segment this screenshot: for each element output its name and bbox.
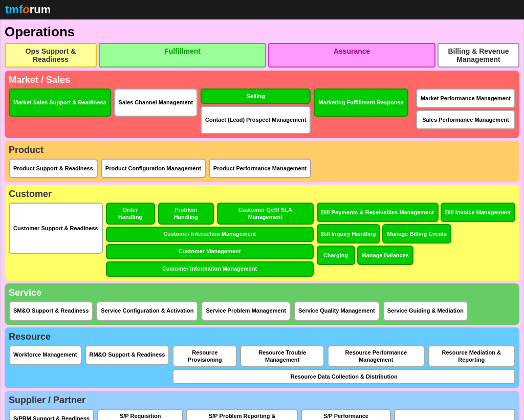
charging-box[interactable]: Charging	[317, 246, 355, 265]
resource-data-box[interactable]: Resource Data Collection & Distribution	[172, 369, 515, 384]
col-billing: Billing & Revenue Management	[438, 43, 519, 68]
order-handling-box[interactable]: Order Handling	[106, 203, 155, 225]
workforce-box[interactable]: Workforce Management	[9, 345, 82, 365]
section-resource: Resource Workforce Management RM&O Suppo…	[5, 327, 519, 389]
resource-mediation-box[interactable]: Resource Mediation & Reporting	[428, 345, 515, 367]
rmo-support-box[interactable]: RM&O Support & Readiness	[85, 345, 170, 365]
resource-title: Resource	[9, 331, 515, 342]
columns-header: Ops Support & Readiness Fulfillment Assu…	[5, 43, 519, 68]
section-product: Product Product Support & Readiness Prod…	[5, 141, 519, 182]
main-container: Operations Ops Support & Readiness Fulfi…	[0, 19, 524, 420]
section-supplier: Supplier / Partner S/PRM Support & Readi…	[5, 391, 519, 420]
customer-top-row: Order Handling Problem Handling Customer…	[106, 203, 314, 225]
service-guiding-box[interactable]: Service Guiding & Mediation	[383, 301, 468, 321]
smo-support-box[interactable]: SM&O Support & Readiness	[9, 301, 93, 321]
sp-requisition-box[interactable]: S/P Requisition Management	[97, 409, 183, 420]
customer-management-box[interactable]: Customer Management	[106, 244, 314, 259]
resource-trouble-box[interactable]: Resource Trouble Management	[240, 345, 324, 367]
sp-settlements-box[interactable]: S/P Settlements & Payments Management	[394, 409, 515, 420]
customer-support-box[interactable]: Customer Support & Readiness	[9, 203, 103, 254]
customer-info-box[interactable]: Customer Information Management	[106, 261, 314, 277]
section-market: Market / Sales Market Sales Support & Re…	[5, 71, 519, 138]
product-inner: Product Support & Readiness Product Conf…	[9, 159, 515, 178]
manage-balances-box[interactable]: Manage Balances	[357, 246, 413, 265]
problem-handling-box[interactable]: Problem Handling	[158, 203, 214, 225]
customer-qos-box[interactable]: Customer QoS/ SLA Management	[217, 203, 313, 225]
market-left-boxes: Market Sales Support & Readiness Sales C…	[9, 89, 198, 117]
customer-right-bottom: Bill Inquiry Handling Manage Billing Eve…	[317, 224, 515, 244]
logo: tmforum	[5, 3, 51, 16]
resource-inner: Workforce Management RM&O Support & Read…	[9, 345, 515, 385]
customer-left: Customer Support & Readiness	[9, 203, 103, 254]
section-customer: Customer Customer Support & Readiness Or…	[5, 185, 519, 281]
service-config-box[interactable]: Service Configuration & Activation	[96, 301, 198, 321]
customer-right-top: Bill Payments & Receivables Management B…	[317, 203, 515, 222]
market-inner: Market Sales Support & Readiness Sales C…	[9, 89, 515, 134]
resource-left: Workforce Management RM&O Support & Read…	[9, 345, 169, 365]
col-oss: Ops Support & Readiness	[5, 43, 97, 68]
customer-interaction-box[interactable]: Customer Interaction Management	[106, 227, 314, 242]
header: tmforum	[0, 0, 524, 19]
product-performance-box[interactable]: Product Performance Management	[209, 159, 311, 178]
contact-lead-box[interactable]: Contact (Lead) Prospect Management	[201, 106, 311, 134]
sp-problem-box[interactable]: S/P Problem Reporting & Management	[186, 409, 298, 420]
customer-main: Order Handling Problem Handling Customer…	[106, 203, 314, 277]
service-inner: SM&O Support & Readiness Service Configu…	[9, 301, 515, 321]
market-performance-box[interactable]: Market Performance Management	[416, 89, 515, 108]
service-title: Service	[9, 288, 515, 298]
supplier-right: S/P Settlements & Payments Management	[394, 409, 515, 420]
bill-payments-box[interactable]: Bill Payments & Receivables Management	[317, 203, 439, 222]
customer-title: Customer	[9, 189, 515, 200]
supplier-top: S/P Requisition Management S/P Problem R…	[97, 409, 391, 420]
sprm-support-box[interactable]: S/PRM Support & Readiness	[9, 409, 94, 420]
resource-provisioning-box[interactable]: Resource Provisioning	[172, 345, 237, 367]
product-support-box[interactable]: Product Support & Readiness	[9, 159, 98, 178]
sales-channel-box[interactable]: Sales Channel Management	[114, 89, 198, 117]
resource-main: Resource Provisioning Resource Trouble M…	[172, 345, 515, 385]
section-service: Service SM&O Support & Readiness Service…	[5, 283, 519, 325]
service-quality-box[interactable]: Service Quality Management	[294, 301, 380, 321]
ops-title: Operations	[5, 24, 519, 40]
supplier-inner: S/PRM Support & Readiness S/P Requisitio…	[9, 409, 515, 420]
col-fulfillment: Fulfillment	[99, 43, 266, 68]
bill-inquiry-box[interactable]: Bill Inquiry Handling	[317, 224, 381, 244]
customer-inner: Customer Support & Readiness Order Handl…	[9, 203, 515, 277]
logo-o: o	[23, 3, 29, 16]
manage-billing-box[interactable]: Manage Billing Events	[382, 224, 451, 244]
resource-top: Resource Provisioning Resource Trouble M…	[172, 345, 515, 367]
product-title: Product	[9, 145, 515, 156]
selling-box[interactable]: Selling	[201, 89, 311, 104]
service-problem-box[interactable]: Service Problem Management	[201, 301, 291, 321]
col-assurance: Assurance	[268, 43, 435, 68]
marketing-fulfillment-box[interactable]: Marketing Fulfillment Response	[314, 89, 408, 117]
supplier-main: S/P Requisition Management S/P Problem R…	[97, 409, 391, 420]
product-config-box[interactable]: Product Configuration Management	[101, 159, 206, 178]
supplier-title: Supplier / Partner	[9, 395, 515, 406]
market-sales-support-box[interactable]: Market Sales Support & Readiness	[9, 89, 111, 117]
logo-tm: tmf	[5, 3, 23, 16]
market-right: Market Performance Management Sales Perf…	[416, 89, 515, 129]
market-title: Market / Sales	[9, 75, 515, 85]
bill-invoice-box[interactable]: Bill Invoice Management	[441, 203, 515, 222]
sp-performance-box[interactable]: S/P Performance Management	[301, 409, 390, 420]
sales-performance-box[interactable]: Sales Performance Management	[416, 110, 515, 129]
logo-forum: rum	[30, 3, 51, 16]
market-center: Selling Contact (Lead) Prospect Manageme…	[201, 89, 413, 134]
resource-performance-box[interactable]: Resource Performance Management	[328, 345, 425, 367]
customer-right: Bill Payments & Receivables Management B…	[317, 203, 515, 265]
